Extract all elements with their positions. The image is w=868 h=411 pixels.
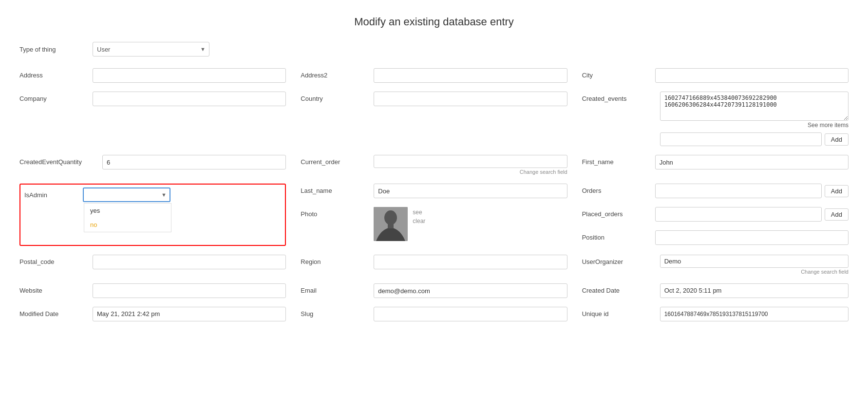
created-events-label: Created_events <box>582 92 660 102</box>
created-event-quantity-input[interactable] <box>102 155 286 169</box>
country-group: Country <box>301 92 582 106</box>
unique-id-group: Unique id 1601647887469x7851931378151197… <box>582 307 849 321</box>
website-group: Website <box>19 283 301 298</box>
slug-group: Slug <box>301 307 582 321</box>
placed-orders-input-group: Add <box>655 207 849 222</box>
region-input[interactable] <box>374 255 567 269</box>
email-group: Email <box>301 283 582 298</box>
orders-input[interactable] <box>655 184 822 198</box>
last-name-group: Last_name <box>301 184 567 198</box>
user-organizer-label: UserOrganizer <box>582 255 660 265</box>
created-event-quantity-group: CreatedEventQuantity <box>19 155 301 169</box>
first-name-label: First_name <box>582 155 655 166</box>
email-input[interactable] <box>374 283 567 298</box>
created-events-textarea[interactable] <box>660 92 849 121</box>
orders-group: Orders Add <box>582 184 849 198</box>
address-group: Address <box>19 68 301 83</box>
photo-image <box>374 207 408 241</box>
is-admin-option-yes[interactable]: yes <box>84 204 171 218</box>
photo-svg <box>374 207 408 241</box>
first-name-input[interactable] <box>655 155 849 169</box>
address-label: Address <box>19 68 93 79</box>
first-name-group: First_name <box>582 155 849 169</box>
region-label: Region <box>301 255 374 265</box>
last-name-label: Last_name <box>301 184 374 194</box>
see-more-link[interactable]: See more items <box>660 122 849 129</box>
company-label: Company <box>19 92 93 102</box>
svg-point-1 <box>384 210 397 225</box>
is-admin-select[interactable]: yes no <box>83 187 170 202</box>
placed-orders-group: Placed_orders Add <box>582 207 849 222</box>
position-label: Position <box>582 230 655 241</box>
postal-code-label: Postal_code <box>19 255 93 265</box>
is-admin-dropdown-wrapper: yes no ▼ <box>83 187 170 202</box>
created-date-value: Oct 2, 2020 5:11 pm <box>660 283 849 298</box>
postal-code-group: Postal_code <box>19 255 301 269</box>
website-input[interactable] <box>93 283 286 298</box>
modified-date-group: Modified Date May 21, 2021 2:42 pm <box>19 307 301 321</box>
created-date-label: Created Date <box>582 283 660 294</box>
modified-date-label: Modified Date <box>19 307 93 318</box>
modified-date-value: May 21, 2021 2:42 pm <box>93 307 286 321</box>
current-order-input[interactable] <box>374 155 567 168</box>
orders-add-button[interactable]: Add <box>825 185 849 197</box>
is-admin-label: IsAdmin <box>24 191 83 199</box>
user-organizer-change-search[interactable]: Change search field <box>660 269 849 275</box>
svg-rect-2 <box>388 224 394 228</box>
slug-input[interactable] <box>374 307 567 321</box>
is-admin-dropdown-menu: yes no <box>84 203 171 232</box>
created-event-quantity-label: CreatedEventQuantity <box>19 155 102 166</box>
unique-id-label: Unique id <box>582 307 660 318</box>
type-of-thing-select[interactable]: User <box>93 42 209 56</box>
type-of-thing-label: Type of thing <box>19 46 93 53</box>
is-admin-option-no[interactable]: no <box>84 218 171 232</box>
position-group: Position <box>582 230 849 245</box>
company-group: Company <box>19 92 301 106</box>
address2-input[interactable] <box>374 68 567 83</box>
region-group: Region <box>301 255 582 269</box>
last-name-input[interactable] <box>374 184 567 198</box>
is-admin-top: IsAdmin yes no ▼ <box>24 187 281 202</box>
user-organizer-group: UserOrganizer Change search field <box>582 255 849 275</box>
city-input[interactable] <box>655 68 849 83</box>
country-input[interactable] <box>374 92 567 106</box>
placed-orders-label: Placed_orders <box>582 207 655 218</box>
created-events-add-button[interactable]: Add <box>825 133 849 146</box>
placed-orders-add-button[interactable]: Add <box>825 208 849 221</box>
address-input[interactable] <box>93 68 286 83</box>
company-input[interactable] <box>93 92 286 106</box>
type-of-thing-wrapper: User ▼ <box>93 42 209 56</box>
current-order-change-search[interactable]: Change search field <box>374 169 567 175</box>
current-order-label: Current_order <box>301 155 374 166</box>
photo-actions: see clear <box>413 207 425 224</box>
slug-label: Slug <box>301 307 374 318</box>
created-date-group: Created Date Oct 2, 2020 5:11 pm <box>582 283 849 298</box>
email-label: Email <box>301 283 374 294</box>
photo-label: Photo <box>301 207 374 218</box>
country-label: Country <box>301 92 374 102</box>
city-group: City <box>582 68 849 83</box>
unique-id-value: 1601647887469x785193137815119700 <box>660 307 849 321</box>
created-events-field: See more items Add <box>660 92 849 146</box>
orders-input-group: Add <box>655 184 849 198</box>
photo-see-link[interactable]: see <box>413 209 425 216</box>
photo-clear-link[interactable]: clear <box>413 218 425 224</box>
city-label: City <box>582 68 655 79</box>
created-events-group: Created_events See more items Add <box>582 92 849 146</box>
postal-code-input[interactable] <box>93 255 286 269</box>
photo-content: see clear <box>374 207 425 241</box>
created-events-add-input[interactable] <box>660 132 822 146</box>
is-admin-group: IsAdmin yes no ▼ yes no <box>19 184 286 246</box>
position-input[interactable] <box>655 230 849 245</box>
address2-label: Address2 <box>301 68 374 79</box>
photo-group: Photo <box>301 207 567 241</box>
address2-group: Address2 <box>301 68 582 83</box>
current-order-group: Current_order Change search field <box>301 155 582 175</box>
website-label: Website <box>19 283 93 294</box>
orders-label: Orders <box>582 184 655 194</box>
placed-orders-input[interactable] <box>655 207 822 222</box>
page-title: Modify an existing database entry <box>0 0 868 42</box>
user-organizer-input[interactable] <box>660 255 849 268</box>
